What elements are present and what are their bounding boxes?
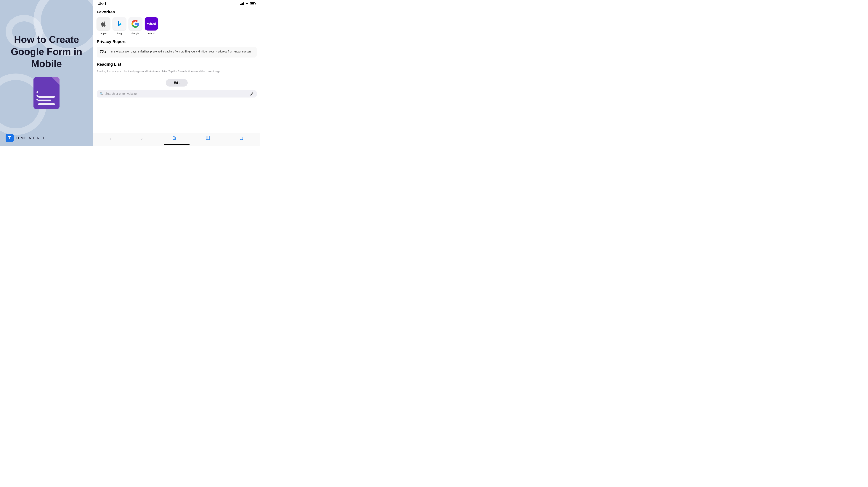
page-title: How to Create Google Form in Mobile (0, 33, 93, 70)
status-time: 10:41 (98, 2, 106, 6)
template-brand-text: TEMPLATE.NET (16, 136, 44, 140)
battery-icon (250, 2, 255, 5)
left-panel: How to Create Google Form in Mobile T TE… (0, 0, 93, 146)
favorite-bing[interactable]: Bing (113, 17, 126, 35)
svg-rect-0 (206, 136, 208, 140)
template-logo: T TEMPLATE.NET (6, 134, 44, 142)
yahoo-label: Yahoo! (148, 32, 155, 35)
favorite-yahoo[interactable]: yahoo! Yahoo! (145, 17, 158, 35)
bing-favicon (113, 17, 126, 30)
favorite-apple[interactable]: Apple (97, 17, 110, 35)
tracker-count: 4 (104, 51, 106, 54)
svg-rect-2 (240, 137, 243, 140)
yahoo-favicon: yahoo! (145, 17, 158, 30)
microphone-icon[interactable]: 🎤 (250, 92, 254, 96)
privacy-report-card: 🛡 4 In the last seven days, Safari has p… (97, 47, 257, 57)
shield-icon: 🛡 (100, 50, 104, 55)
search-icon: 🔍 (100, 92, 103, 96)
wifi-icon (245, 2, 249, 5)
template-t-icon: T (6, 134, 14, 142)
apple-logo-icon (100, 21, 107, 27)
reading-list-text: Reading List lets you collect webpages a… (97, 69, 257, 74)
bing-label: Bing (117, 32, 122, 35)
edit-button[interactable]: Edit (166, 79, 187, 87)
safari-content[interactable]: Favorites Apple Bing (93, 7, 260, 133)
privacy-report-text: In the last seven days, Safari has preve… (111, 50, 252, 54)
signal-bars-icon (240, 2, 244, 5)
apple-favicon (97, 17, 110, 30)
toolbar-icons-row: ‹ › (93, 135, 260, 142)
status-icons (240, 2, 255, 5)
svg-rect-1 (208, 136, 210, 140)
iphone-safari-panel: 10:41 Favorites (93, 0, 260, 146)
privacy-badge: 🛡 4 (100, 50, 108, 55)
search-bar-wrap: 🔍 Search or enter website 🎤 (97, 90, 257, 99)
favorite-google[interactable]: Google (129, 17, 142, 35)
bookmarks-button[interactable] (204, 135, 212, 142)
privacy-report-title: Privacy Report (97, 39, 257, 44)
apple-label: Apple (100, 32, 106, 35)
search-placeholder[interactable]: Search or enter website (105, 92, 248, 95)
favorites-title: Favorites (97, 10, 257, 15)
safari-bottom-toolbar: ‹ › (93, 133, 260, 146)
status-bar: 10:41 (93, 0, 260, 7)
back-button[interactable]: ‹ (108, 135, 113, 142)
reading-list-title: Reading List (97, 62, 257, 67)
favorites-grid: Apple Bing (97, 17, 257, 35)
google-forms-icon (33, 77, 60, 109)
edit-button-wrap: Edit (97, 79, 257, 87)
home-indicator (164, 144, 190, 145)
google-label: Google (131, 32, 139, 35)
forward-button[interactable]: › (139, 135, 145, 142)
tabs-button[interactable] (238, 135, 246, 142)
share-button[interactable] (170, 135, 178, 142)
search-bar[interactable]: 🔍 Search or enter website 🎤 (97, 90, 257, 97)
google-favicon (129, 17, 142, 30)
